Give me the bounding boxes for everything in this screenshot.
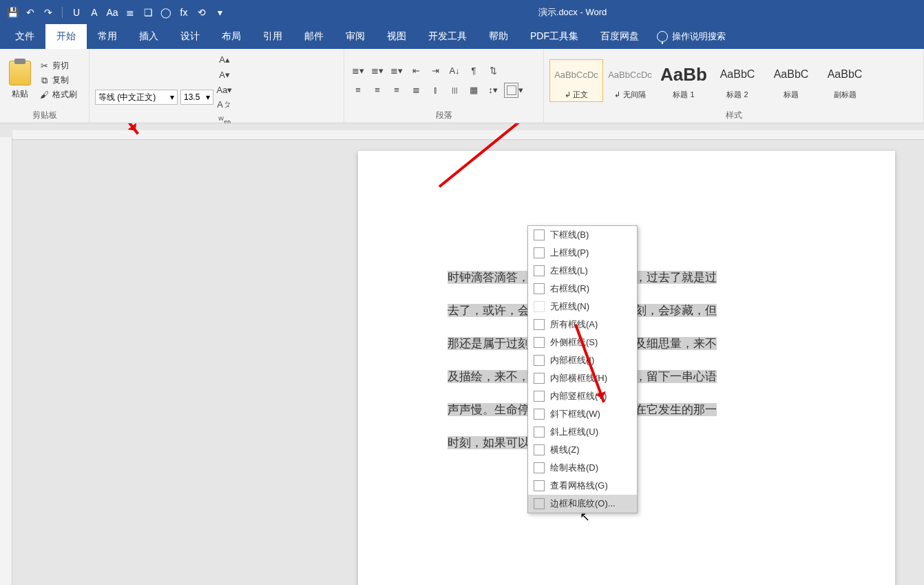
borders-menu-item[interactable]: 斜上框线(U)	[528, 423, 637, 441]
borders-menu-item[interactable]: 斜下框线(W)	[528, 405, 637, 423]
group-label-paragraph: 段落	[350, 109, 538, 121]
borders-menu-item[interactable]: 内部框线(I)	[528, 351, 637, 369]
qat-button[interactable]: ↶	[23, 6, 37, 19]
qat-button[interactable]: ↷	[41, 6, 55, 19]
document-text[interactable]: 时钟滴答滴答，毫无表情，不缓不急，过去了就是过 去了，或许，会缅怀，会留恋，会铭…	[448, 261, 874, 460]
tab-1[interactable]: 开始	[45, 24, 87, 49]
copy-button[interactable]: ⧉复制	[39, 74, 80, 86]
scissors-icon: ✂	[39, 61, 50, 72]
borders-menu-item[interactable]: 查看网格线(G)	[528, 477, 637, 495]
border-type-icon	[534, 319, 545, 330]
qat-button[interactable]: fx	[177, 6, 191, 19]
tab-13[interactable]: 百度网盘	[589, 24, 650, 49]
paragraph-control[interactable]: ≣▾	[369, 63, 386, 79]
borders-menu-item[interactable]: 上框线(P)	[528, 244, 637, 262]
borders-menu-item[interactable]: 内部横框线(H)	[528, 369, 637, 387]
qat-button[interactable]: A	[87, 6, 101, 19]
qat-button[interactable]: 💾	[6, 6, 19, 19]
borders-menu-item[interactable]: 左框线(L)	[528, 262, 637, 280]
tab-10[interactable]: 开发工具	[417, 24, 478, 49]
qat-button[interactable]: Aa	[105, 6, 119, 19]
group-label-clipboard: 剪贴板	[6, 109, 83, 121]
paragraph-control[interactable]: ⇤	[408, 63, 424, 79]
tab-2[interactable]: 常用	[87, 24, 128, 49]
style-item[interactable]: AaBbCcDc↲ 正文	[549, 59, 603, 102]
font-size-input[interactable]: 13.5▾	[180, 90, 213, 105]
paragraph-control[interactable]: ≣▾	[350, 63, 366, 79]
border-type-icon	[534, 301, 545, 312]
quick-access-toolbar: 💾↶↷UAAa≣❏◯fx⟲▾	[6, 6, 227, 19]
font-control[interactable]: A▾	[216, 67, 233, 82]
borders-menu-item[interactable]: 内部竖框线(V)	[528, 387, 637, 405]
workspace: 时钟滴答滴答，毫无表情，不缓不急，过去了就是过 去了，或许，会缅怀，会留恋，会铭…	[0, 123, 924, 585]
styles-group: AaBbCcDc↲ 正文AaBbCcDc↲ 无间隔AaBb标题 1AaBbC标题…	[544, 49, 924, 123]
tab-8[interactable]: 审阅	[335, 24, 376, 49]
border-type-icon	[534, 409, 545, 420]
tab-6[interactable]: 引用	[252, 24, 293, 49]
vertical-ruler	[0, 137, 12, 585]
horizontal-ruler	[12, 130, 924, 140]
format-painter-button[interactable]: 🖌格式刷	[39, 89, 80, 101]
font-control[interactable]: A▴	[216, 52, 233, 67]
style-item[interactable]: AaBbC标题 2	[711, 59, 764, 102]
tab-9[interactable]: 视图	[376, 24, 417, 49]
border-type-icon	[534, 480, 545, 491]
tab-5[interactable]: 布局	[211, 24, 252, 49]
paragraph-control[interactable]: ↕▾	[485, 83, 501, 98]
border-type-icon	[534, 427, 545, 438]
cut-button[interactable]: ✂剪切	[39, 60, 80, 72]
paragraph-control[interactable]: ≡	[388, 83, 405, 98]
paste-button[interactable]: 粘贴	[12, 88, 28, 100]
borders-menu-item[interactable]: 绘制表格(D)	[528, 459, 637, 477]
paragraph-control[interactable]: ≣▾	[388, 63, 405, 79]
qat-button[interactable]: ❏	[141, 6, 155, 19]
group-label-styles: 样式	[549, 109, 918, 121]
tab-4[interactable]: 设计	[169, 24, 211, 49]
tell-me-search[interactable]: 操作说明搜索	[657, 24, 726, 49]
style-item[interactable]: AaBbC标题	[764, 59, 818, 102]
border-type-icon	[534, 265, 545, 276]
style-item[interactable]: AaBb标题 1	[657, 59, 711, 102]
tab-12[interactable]: PDF工具集	[519, 24, 589, 49]
tab-11[interactable]: 帮助	[478, 24, 519, 49]
brush-icon: 🖌	[39, 90, 50, 101]
paragraph-control[interactable]: ⫿	[427, 83, 443, 98]
font-name-input[interactable]: 等线 (中文正文)▾	[95, 90, 178, 105]
border-type-icon	[534, 498, 545, 509]
paragraph-control[interactable]: ≣	[408, 83, 424, 98]
style-item[interactable]: AaBbCcDc↲ 无间隔	[603, 59, 657, 102]
qat-button[interactable]: ⟲	[195, 6, 209, 19]
paragraph-control[interactable]: ≡	[350, 83, 366, 98]
paragraph-control[interactable]: A↓	[446, 63, 463, 79]
style-item[interactable]: AaBbC副标题	[818, 59, 872, 102]
paragraph-control[interactable]: ▦	[465, 83, 482, 98]
borders-menu-item[interactable]: 所有框线(A)	[528, 316, 637, 333]
paragraph-control[interactable]: ¶	[465, 63, 482, 79]
ribbon: 粘贴 ✂剪切 ⧉复制 🖌格式刷 剪贴板 等线 (中文正文)▾ 13.5▾ A▴A…	[0, 49, 924, 123]
font-group: 等线 (中文正文)▾ 13.5▾ A▴A▾Aa▾AㄆᵂₑₙA BIU ▾abcx…	[90, 49, 344, 123]
paragraph-control[interactable]: ⇥	[427, 63, 443, 79]
borders-menu-item[interactable]: 下框线(B)	[528, 226, 637, 244]
tab-7[interactable]: 邮件	[293, 24, 335, 49]
paste-icon[interactable]	[9, 61, 31, 85]
copy-icon: ⧉	[39, 75, 50, 86]
paragraph-control[interactable]: ⇅	[485, 63, 501, 79]
borders-menu-item[interactable]: 横线(Z)	[528, 441, 637, 459]
font-control[interactable]: Aa▾	[216, 82, 233, 97]
qat-button[interactable]: ≣	[123, 6, 137, 19]
qat-button[interactable]: ▾	[213, 6, 227, 19]
paragraph-control[interactable]: ⫼	[446, 83, 463, 98]
borders-button[interactable]: ▾	[504, 83, 525, 98]
borders-menu-item[interactable]: 边框和底纹(O)...	[528, 495, 637, 513]
font-control[interactable]: Aㄆ	[216, 97, 233, 112]
border-type-icon	[534, 337, 545, 348]
paragraph-control[interactable]: ≡	[369, 83, 386, 98]
tab-3[interactable]: 插入	[128, 24, 169, 49]
qat-button[interactable]: ◯	[159, 6, 173, 19]
qat-button[interactable]: U	[70, 6, 83, 19]
chevron-down-icon: ▾	[206, 92, 210, 102]
border-type-icon	[534, 462, 545, 473]
borders-menu-item[interactable]: 无框线(N)	[528, 298, 637, 316]
tab-0[interactable]: 文件	[4, 24, 45, 49]
borders-menu-item[interactable]: 右框线(R)	[528, 280, 637, 298]
